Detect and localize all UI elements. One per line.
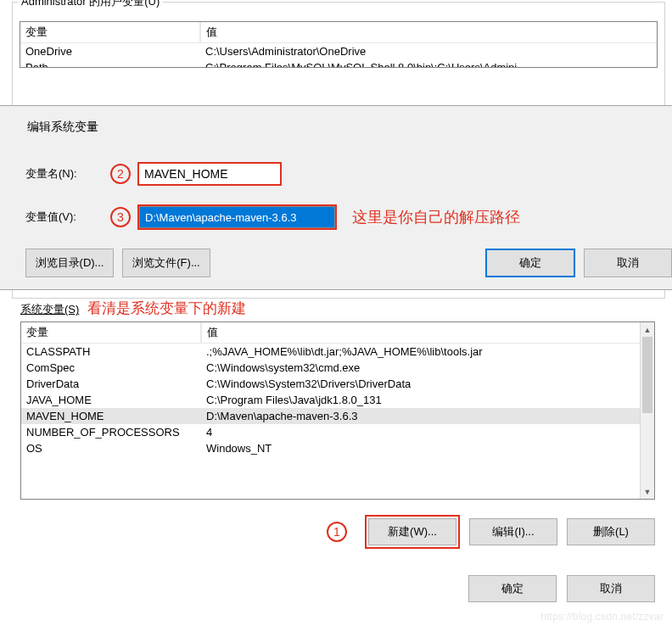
table-row[interactable]: OneDrive C:\Users\Administrator\OneDrive xyxy=(20,43,657,59)
system-variables-label: 系统变量(S) xyxy=(20,302,79,317)
edit-system-variable-dialog: 编辑系统变量 变量名(N): 2 变量值(V): 3 这里是你自己的解压路径 浏… xyxy=(0,105,672,290)
watermark: https://blog.csdn.net/zzvar xyxy=(540,611,664,623)
column-value[interactable]: 值 xyxy=(200,22,657,43)
cancel-button[interactable]: 取消 xyxy=(584,249,672,277)
user-variables-table[interactable]: 变量 值 OneDrive C:\Users\Administrator\One… xyxy=(20,21,658,68)
table-row[interactable]: JAVA_HOME C:\Program Files\Java\jdk1.8.0… xyxy=(21,392,640,408)
variable-value-input[interactable] xyxy=(139,206,335,228)
variable-value-row: 变量值(V): 3 这里是你自己的解压路径 xyxy=(25,204,672,230)
table-row[interactable]: ComSpec C:\Windows\system32\cmd.exe xyxy=(21,360,640,376)
value-annotation: 这里是你自己的解压路径 xyxy=(352,207,520,227)
system-variables-table[interactable]: 变量 值 CLASSPATH .;%JAVA_HOME%\lib\dt.jar;… xyxy=(20,321,655,500)
scroll-track[interactable] xyxy=(641,337,654,484)
ok-button[interactable]: 确定 xyxy=(485,249,575,277)
scroll-up-icon[interactable]: ▲ xyxy=(641,322,654,337)
sys-table-header: 变量 值 xyxy=(21,322,640,344)
variable-name-label: 变量名(N): xyxy=(25,166,110,182)
browse-file-button[interactable]: 浏览文件(F)... xyxy=(122,249,210,277)
new-button[interactable]: 新建(W)... xyxy=(368,518,456,545)
column-variable[interactable]: 变量 xyxy=(20,22,200,43)
delete-button[interactable]: 删除(L) xyxy=(567,518,655,545)
annotation-badge-1: 1 xyxy=(327,522,347,542)
system-variables-annotation: 看清是系统变量下的新建 xyxy=(87,299,246,318)
table-row-selected[interactable]: MAVEN_HOME D:\Maven\apache-maven-3.6.3 xyxy=(21,408,640,424)
footer-button-row: 确定 取消 xyxy=(468,575,655,602)
annotation-badge-2: 2 xyxy=(110,164,131,184)
scroll-down-icon[interactable]: ▼ xyxy=(641,484,654,499)
column-value[interactable]: 值 xyxy=(201,322,640,344)
value-highlight-box xyxy=(137,204,337,230)
table-row[interactable]: DriverData C:\Windows\System32\Drivers\D… xyxy=(21,376,640,392)
scrollbar[interactable]: ▲ ▼ xyxy=(640,322,654,499)
dialog-button-row: 浏览目录(D)... 浏览文件(F)... 确定 取消 xyxy=(25,249,672,277)
annotation-badge-3: 3 xyxy=(110,207,131,227)
user-table-header: 变量 值 xyxy=(20,22,657,43)
variable-name-input[interactable] xyxy=(137,162,282,186)
footer-ok-button[interactable]: 确定 xyxy=(468,575,557,602)
edit-button[interactable]: 编辑(I)... xyxy=(469,518,557,545)
table-row[interactable]: CLASSPATH .;%JAVA_HOME%\lib\dt.jar;%JAVA… xyxy=(21,344,640,360)
footer-cancel-button[interactable]: 取消 xyxy=(567,575,655,602)
dialog-title: 编辑系统变量 xyxy=(27,118,672,137)
scroll-thumb[interactable] xyxy=(642,337,652,413)
column-variable[interactable]: 变量 xyxy=(21,322,201,344)
variable-name-row: 变量名(N): 2 xyxy=(25,162,672,186)
new-button-highlight: 新建(W)... xyxy=(365,515,460,549)
table-row[interactable]: NUMBER_OF_PROCESSORS 4 xyxy=(21,424,640,440)
variable-value-label: 变量值(V): xyxy=(25,210,110,225)
browse-directory-button[interactable]: 浏览目录(D)... xyxy=(25,249,114,277)
table-row[interactable]: OS Windows_NT xyxy=(21,440,640,456)
user-variables-legend: Administrator 的用户变量(U) xyxy=(18,0,163,9)
system-variables-section: 系统变量(S) 看清是系统变量下的新建 变量 值 CLASSPATH .;%JA… xyxy=(20,299,655,549)
system-variables-button-row: 1 新建(W)... 编辑(I)... 删除(L) xyxy=(20,515,655,549)
table-row[interactable]: Path C:\Program Files\MySQL\MySQL Shell … xyxy=(20,59,657,68)
